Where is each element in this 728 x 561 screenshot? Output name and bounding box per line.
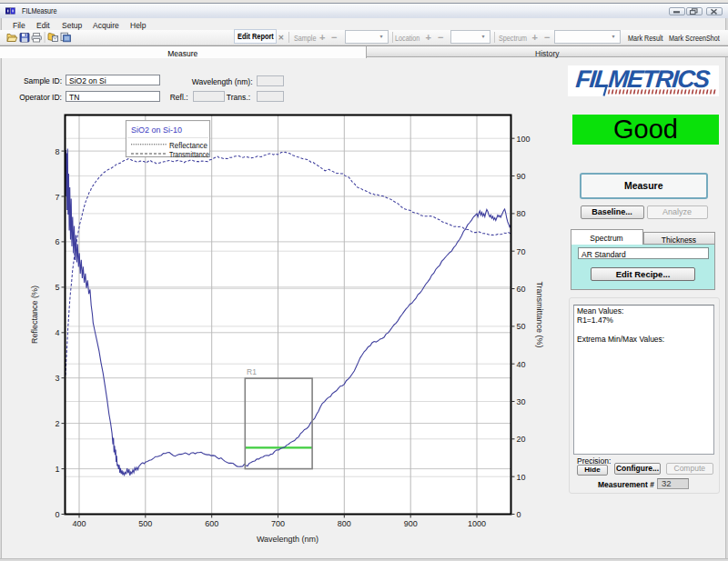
svg-text:80: 80 [517,209,526,218]
svg-text:1000: 1000 [468,519,486,528]
svg-text:50: 50 [517,322,526,331]
svg-text:0: 0 [517,510,521,519]
svg-text:4: 4 [55,328,59,337]
svg-text:40: 40 [517,360,526,369]
svg-text:7: 7 [55,193,59,202]
svg-text:Transmittance (%): Transmittance (%) [535,281,544,347]
svg-text:400: 400 [72,519,86,528]
svg-text:6: 6 [55,237,59,246]
svg-text:Transmittance: Transmittance [169,150,209,159]
svg-text:FILMETRICS: FILMETRICS [574,65,711,93]
svg-text:8: 8 [55,147,59,156]
svg-text:5: 5 [55,283,59,292]
svg-text:900: 900 [404,519,418,528]
svg-text:700: 700 [271,519,285,528]
svg-text:500: 500 [138,519,152,528]
svg-text:600: 600 [205,519,218,528]
svg-text:Wavelength (nm): Wavelength (nm) [257,535,318,544]
svg-text:20: 20 [517,435,526,444]
svg-text:10: 10 [517,473,526,482]
svg-text:70: 70 [517,247,526,256]
svg-text:3: 3 [55,374,59,383]
svg-text:800: 800 [338,519,351,528]
svg-text:100: 100 [517,135,531,144]
svg-text:Reflectance (%): Reflectance (%) [30,286,39,344]
svg-text:0: 0 [55,510,59,519]
svg-text:SiO2 on Si-10: SiO2 on Si-10 [131,125,182,135]
svg-text:30: 30 [517,397,526,406]
svg-text:Reflectance: Reflectance [169,141,207,150]
svg-text:2: 2 [55,419,59,428]
svg-text:60: 60 [517,285,526,294]
svg-text:90: 90 [517,172,526,181]
svg-text:R1: R1 [247,367,257,376]
svg-text:1: 1 [55,465,59,474]
